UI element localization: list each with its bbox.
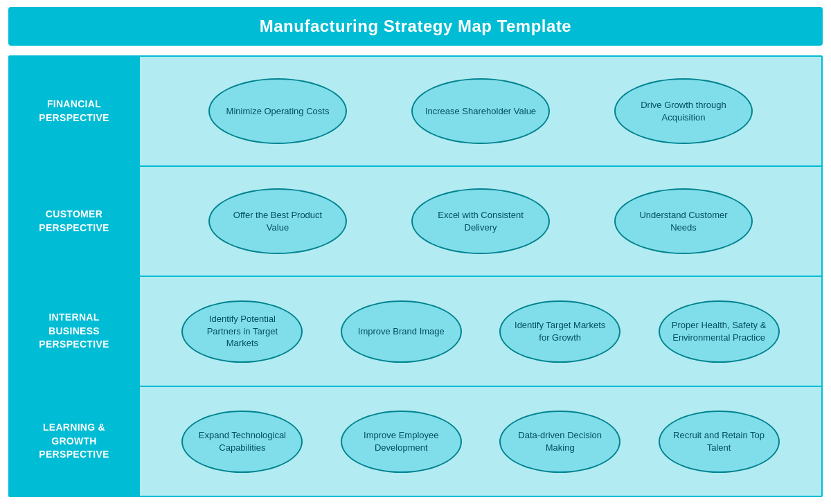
customer-cells: Offer the Best Product Value Excel with …	[140, 167, 821, 276]
oval-shareholder-value: Increase Shareholder Value	[411, 78, 550, 144]
oval-data-driven: Data-driven Decision Making	[499, 411, 620, 473]
learning-row: LEARNING &GROWTHPERSPECTIVE Expand Techn…	[10, 387, 821, 496]
learning-label-text: LEARNING &GROWTHPERSPECTIVE	[39, 421, 109, 462]
oval-tech-capabilities: Expand Technological Capabilities	[181, 411, 303, 473]
oval-minimize-costs: Minimize Operating Costs	[208, 78, 347, 144]
learning-cells: Expand Technological Capabilities Improv…	[140, 387, 821, 496]
internal-label: INTERNALBUSINESSPERSPECTIVE	[10, 277, 140, 386]
customer-label: CUSTOMERPERSPECTIVE	[10, 167, 140, 276]
customer-label-text: CUSTOMERPERSPECTIVE	[39, 208, 109, 235]
header-bar: Manufacturing Strategy Map Template	[8, 7, 823, 46]
financial-row: FINANCIALPERSPECTIVE Minimize Operating …	[10, 57, 821, 167]
customer-row: CUSTOMERPERSPECTIVE Offer the Best Produ…	[10, 167, 821, 277]
oval-recruit-retain: Recruit and Retain Top Talent	[659, 411, 780, 473]
financial-cells: Minimize Operating Costs Increase Shareh…	[140, 57, 821, 165]
oval-target-markets: Identify Target Markets for Growth	[499, 300, 620, 363]
internal-row: INTERNALBUSINESSPERSPECTIVE Identify Pot…	[10, 277, 821, 387]
oval-identify-partners: Identify Potential Partners in Target Ma…	[181, 300, 303, 363]
oval-health-safety: Proper Health, Safety & Environmental Pr…	[659, 300, 780, 363]
internal-label-text: INTERNALBUSINESSPERSPECTIVE	[39, 311, 109, 352]
financial-label: FINANCIALPERSPECTIVE	[10, 57, 140, 165]
oval-best-product: Offer the Best Product Value	[208, 188, 347, 254]
oval-drive-growth: Drive Growth through Acquisition	[614, 78, 753, 144]
page-wrapper: Manufacturing Strategy Map Template FINA…	[0, 0, 831, 504]
oval-brand-image: Improve Brand Image	[341, 300, 462, 363]
oval-employee-dev: Improve Employee Development	[341, 411, 462, 473]
oval-customer-needs: Understand Customer Needs	[614, 188, 753, 254]
financial-label-text: FINANCIALPERSPECTIVE	[39, 98, 109, 125]
internal-cells: Identify Potential Partners in Target Ma…	[140, 277, 821, 386]
page-title: Manufacturing Strategy Map Template	[22, 17, 809, 36]
strategy-table: FINANCIALPERSPECTIVE Minimize Operating …	[8, 55, 823, 497]
oval-consistent-delivery: Excel with Consistent Delivery	[411, 188, 550, 254]
learning-label: LEARNING &GROWTHPERSPECTIVE	[10, 387, 140, 496]
